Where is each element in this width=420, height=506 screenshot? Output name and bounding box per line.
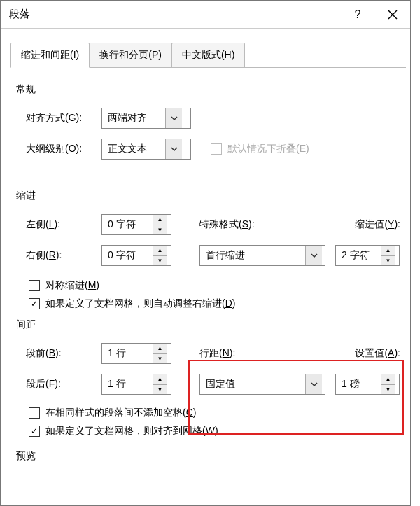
label-grid-indent: 如果定义了文档网格，则自动调整右缩进(D)	[46, 297, 235, 310]
linespacing-combo[interactable]	[200, 374, 326, 395]
label-special: 特殊格式(S):	[200, 218, 287, 231]
label-at: 设置值(A):	[355, 347, 400, 360]
tab-line-page-breaks[interactable]: 换行和分页(P)	[89, 43, 172, 68]
label-before: 段前(B):	[26, 347, 102, 360]
close-button[interactable]	[375, 1, 410, 29]
tab-indent-spacing[interactable]: 缩进和间距(I)	[10, 43, 90, 68]
linespacing-value[interactable]	[200, 374, 305, 394]
label-collapsed: 默认情况下折叠(E)	[227, 143, 309, 155]
label-right: 右侧(R):	[26, 249, 102, 262]
outline-combo[interactable]	[102, 139, 191, 160]
before-spinner[interactable]: ▲▼	[102, 343, 172, 364]
chevron-down-icon[interactable]	[305, 246, 322, 265]
spin-up-icon[interactable]: ▲	[153, 246, 167, 256]
label-after: 段后(F):	[26, 378, 102, 391]
at-spinner[interactable]: ▲▼	[335, 374, 400, 395]
spin-down-icon[interactable]: ▼	[153, 225, 167, 235]
nospace-checkbox[interactable]	[29, 407, 40, 419]
indent-right-spinner[interactable]: ▲▼	[102, 245, 172, 266]
by-spinner[interactable]: ▲▼	[335, 245, 400, 266]
special-value[interactable]	[200, 246, 305, 265]
spin-down-icon[interactable]: ▼	[382, 385, 395, 395]
before-value[interactable]	[102, 344, 153, 363]
by-value[interactable]	[336, 246, 381, 265]
spin-down-icon[interactable]: ▼	[153, 354, 167, 364]
after-spinner[interactable]: ▲▼	[102, 374, 172, 395]
align-combo[interactable]	[102, 108, 191, 129]
spin-down-icon[interactable]: ▼	[153, 385, 167, 395]
mirror-checkbox[interactable]	[29, 280, 40, 291]
indent-left-spinner[interactable]: ▲▼	[102, 214, 172, 235]
label-by: 缩进值(Y):	[355, 218, 400, 231]
special-combo[interactable]	[200, 245, 326, 266]
label-outline: 大纲级别(O):	[26, 143, 102, 155]
spin-up-icon[interactable]: ▲	[382, 374, 395, 385]
outline-value[interactable]	[102, 139, 165, 159]
chevron-down-icon[interactable]	[305, 374, 322, 394]
label-linespacing: 行距(N):	[200, 347, 287, 360]
spin-down-icon[interactable]: ▼	[382, 256, 395, 266]
help-button[interactable]: ?	[340, 1, 375, 29]
indent-left-value[interactable]	[102, 215, 153, 234]
label-align: 对齐方式(G):	[26, 112, 102, 125]
spin-up-icon[interactable]: ▲	[153, 215, 167, 225]
section-general: 常规	[16, 83, 400, 96]
tab-content: 常规 对齐方式(G): 大纲级别(O): 默认情况下折叠(E) 缩进 左侧(L)…	[1, 83, 410, 463]
grid-spacing-checkbox[interactable]: ✓	[29, 426, 40, 437]
spin-down-icon[interactable]: ▼	[153, 256, 167, 266]
close-icon	[388, 10, 398, 20]
collapsed-checkbox	[211, 143, 222, 155]
titlebar: 段落 ?	[1, 1, 410, 29]
section-indent: 缩进	[16, 190, 400, 202]
window-title: 段落	[9, 8, 340, 21]
spin-up-icon[interactable]: ▲	[382, 246, 395, 256]
grid-indent-checkbox[interactable]: ✓	[29, 298, 40, 309]
label-nospace: 在相同样式的段落间不添加空格(C)	[46, 407, 196, 419]
spin-up-icon[interactable]: ▲	[153, 344, 167, 354]
chevron-down-icon[interactable]	[165, 108, 182, 128]
tab-asian-typography[interactable]: 中文版式(H)	[172, 43, 245, 68]
section-spacing: 间距	[16, 318, 400, 331]
indent-right-value[interactable]	[102, 246, 153, 265]
tab-strip: 缩进和间距(I) 换行和分页(P) 中文版式(H)	[10, 43, 410, 68]
align-value[interactable]	[102, 108, 165, 128]
at-value[interactable]	[336, 374, 381, 394]
after-value[interactable]	[102, 374, 153, 394]
label-mirror: 对称缩进(M)	[46, 279, 99, 292]
label-grid-spacing: 如果定义了文档网格，则对齐到网格(W)	[46, 425, 218, 437]
chevron-down-icon[interactable]	[165, 139, 182, 159]
spin-up-icon[interactable]: ▲	[153, 374, 167, 385]
label-left: 左侧(L):	[26, 218, 102, 231]
paragraph-dialog: 段落 ? 缩进和间距(I) 换行和分页(P) 中文版式(H) 常规 对齐方式(G…	[0, 0, 411, 506]
section-preview: 预览	[16, 450, 400, 463]
